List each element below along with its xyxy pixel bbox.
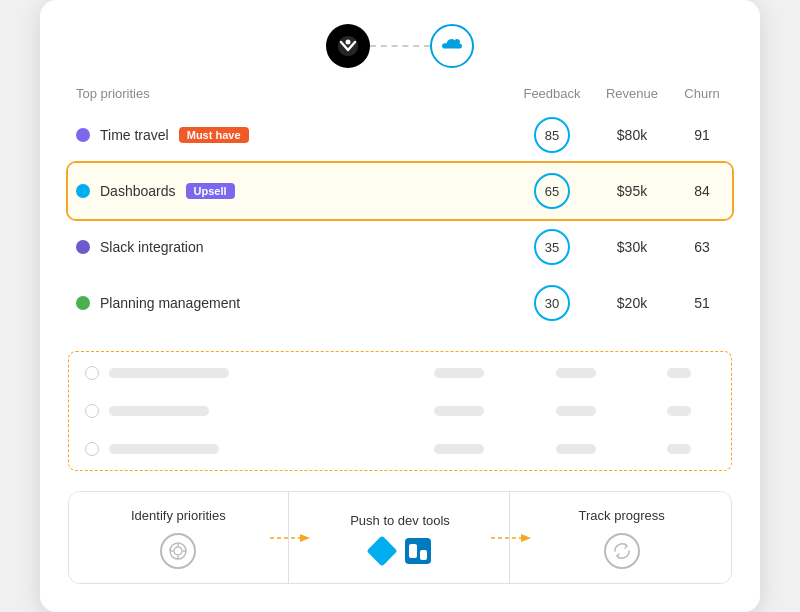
empty-bar (434, 444, 484, 454)
svg-marker-8 (300, 534, 310, 542)
dot-indicator (76, 240, 90, 254)
push-devtools-action[interactable]: Push to dev tools (291, 492, 511, 583)
col-revenue: Revenue (592, 80, 672, 107)
revenue-value: $20k (592, 275, 672, 331)
col-priorities: Top priorities (68, 80, 512, 107)
priority-name: Planning management (76, 295, 504, 311)
empty-bar (556, 368, 596, 378)
table-row[interactable]: Planning management 30 $20k 51 (68, 275, 732, 331)
priority-name: Dashboards Upsell (76, 183, 504, 199)
identify-priorities-action[interactable]: Identify priorities (69, 492, 289, 583)
action-icon-group (604, 533, 640, 569)
actions-bar: Identify priorities (68, 491, 732, 584)
revenue-value: $95k (592, 163, 672, 219)
svg-point-0 (346, 40, 351, 45)
salesforce-logo (430, 24, 474, 68)
empty-bar (667, 368, 691, 378)
feedback-score: 65 (534, 173, 570, 209)
priority-name: Slack integration (76, 239, 504, 255)
empty-rows-table (77, 354, 723, 468)
empty-row[interactable] (77, 392, 723, 430)
col-feedback: Feedback (512, 80, 592, 107)
priority-label: Planning management (100, 295, 240, 311)
priority-name: Time travel Must have (76, 127, 504, 143)
revenue-value: $30k (592, 219, 672, 275)
feedback-score: 35 (534, 229, 570, 265)
track-progress-action[interactable]: Track progress (512, 492, 731, 583)
empty-dot-indicator (85, 442, 99, 456)
action-label: Push to dev tools (350, 513, 450, 528)
arrow-separator-1 (289, 492, 291, 583)
priority-label: Slack integration (100, 239, 204, 255)
empty-bar (667, 444, 691, 454)
dot-indicator (76, 128, 90, 142)
empty-bar (667, 406, 691, 416)
empty-bar (434, 406, 484, 416)
table-row[interactable]: Time travel Must have 85 $80k 91 (68, 107, 732, 163)
empty-bar (556, 406, 596, 416)
zendesk-logo (326, 24, 370, 68)
table-row-highlighted[interactable]: Dashboards Upsell 65 $95k 84 (68, 163, 732, 219)
action-label: Identify priorities (131, 508, 226, 523)
dashed-empty-section (68, 351, 732, 471)
col-churn: Churn (672, 80, 732, 107)
action-icon-group (369, 538, 431, 564)
priority-label: Time travel (100, 127, 169, 143)
feedback-score: 30 (534, 285, 570, 321)
priority-label: Dashboards (100, 183, 176, 199)
empty-bar (109, 406, 209, 416)
refresh-icon (604, 533, 640, 569)
target-icon (160, 533, 196, 569)
logo-row (68, 24, 732, 68)
churn-value: 91 (672, 107, 732, 163)
empty-row[interactable] (77, 430, 723, 468)
jira-icon (369, 538, 395, 564)
action-icon-group (160, 533, 196, 569)
action-label: Track progress (579, 508, 665, 523)
empty-row[interactable] (77, 354, 723, 392)
churn-value: 84 (672, 163, 732, 219)
must-have-badge: Must have (179, 127, 249, 143)
empty-dot-indicator (85, 366, 99, 380)
feedback-score: 85 (534, 117, 570, 153)
empty-bar (556, 444, 596, 454)
churn-value: 63 (672, 219, 732, 275)
arrow-separator-2 (510, 492, 512, 583)
table-row[interactable]: Slack integration 35 $30k 63 (68, 219, 732, 275)
empty-bar (109, 368, 229, 378)
upsell-badge: Upsell (186, 183, 235, 199)
trello-icon (405, 538, 431, 564)
revenue-value: $80k (592, 107, 672, 163)
churn-value: 51 (672, 275, 732, 331)
svg-point-2 (174, 547, 182, 555)
logos-connector (370, 45, 430, 47)
empty-dot-indicator (85, 404, 99, 418)
svg-marker-10 (521, 534, 531, 542)
dot-indicator (76, 184, 90, 198)
dot-indicator (76, 296, 90, 310)
main-card: Top priorities Feedback Revenue Churn Ti… (40, 0, 760, 612)
priorities-table: Top priorities Feedback Revenue Churn Ti… (68, 80, 732, 331)
empty-bar (109, 444, 219, 454)
empty-bar (434, 368, 484, 378)
